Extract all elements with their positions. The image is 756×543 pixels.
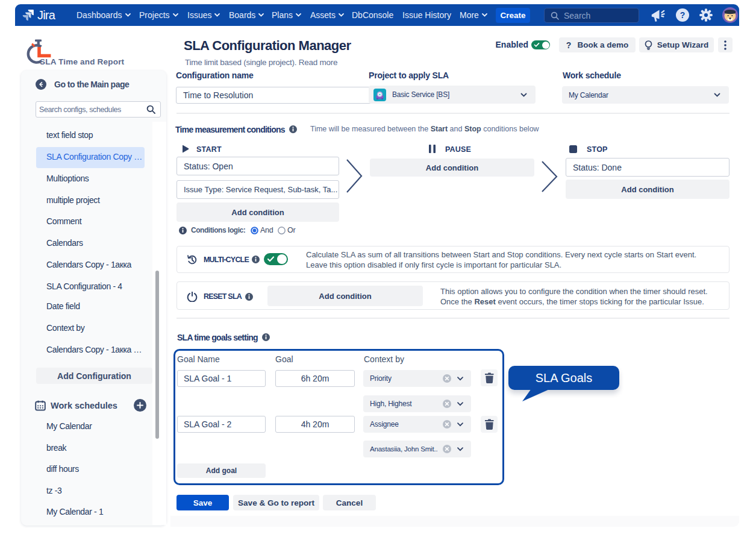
svg-text:?: ? — [680, 10, 686, 20]
